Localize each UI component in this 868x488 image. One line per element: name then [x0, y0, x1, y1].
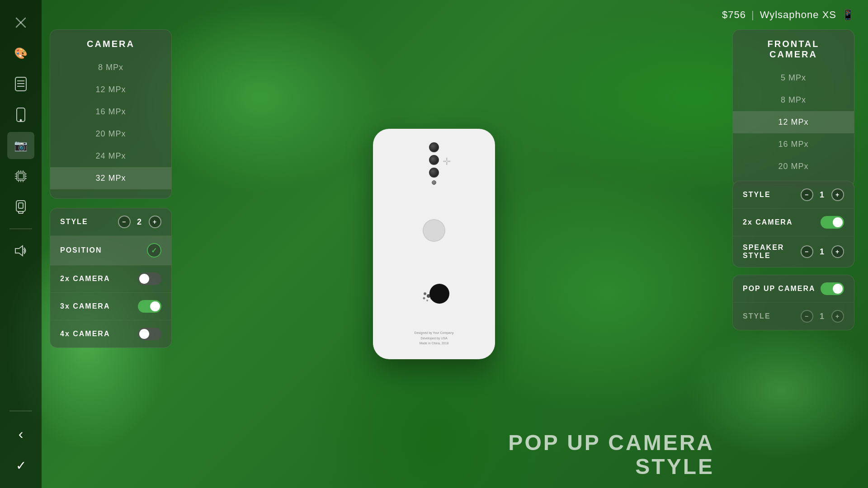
frontal-2x-toggle[interactable] [821, 216, 844, 229]
camera-option-8mpx[interactable]: 8 MPx [50, 56, 171, 79]
speaker-value: 1 [818, 247, 827, 257]
chip-icon[interactable] [7, 163, 34, 190]
frontal-style-increment[interactable]: + [831, 188, 844, 201]
style-row: STYLE − 2 + [50, 208, 171, 236]
speaker-increment[interactable]: + [831, 245, 844, 258]
popup-style-value: 1 [818, 312, 827, 321]
back-icon[interactable]: ‹ [7, 420, 34, 447]
svg-rect-9 [18, 174, 24, 179]
camera-lens-2 [429, 155, 439, 165]
style-value: 2 [135, 217, 144, 227]
price-label: $756 [722, 9, 746, 21]
svg-rect-26 [19, 203, 23, 208]
camera-2x-thumb [139, 274, 149, 284]
speaker-decrement[interactable]: − [801, 245, 813, 258]
svg-point-33 [429, 284, 449, 304]
camera-option-20mpx[interactable]: 20 MPx [50, 123, 171, 145]
skin-icon[interactable] [7, 70, 34, 98]
popup-style-increment[interactable]: + [831, 310, 844, 323]
popup-camera-row: POP UP CAMERA [733, 275, 854, 303]
popup-camera-toggle[interactable] [821, 282, 844, 295]
camera-2x-row: 2x CAMERA [50, 265, 171, 293]
frontal-style-row: STYLE − 1 + [733, 181, 854, 209]
svg-point-28 [424, 292, 426, 295]
phone-text: Designed by Your Company Developed by US… [415, 330, 454, 346]
camera-4x-thumb [139, 329, 149, 339]
popup-line1: POP UP CAMERA [508, 431, 714, 455]
made-text: Made in China, 2018 [415, 341, 454, 346]
company-text: Designed by Your Company [415, 330, 454, 335]
popup-style-decrement[interactable]: − [801, 310, 813, 323]
camera-module[interactable]: ✛ [429, 142, 439, 185]
svg-point-30 [423, 297, 425, 300]
sound-icon[interactable] [7, 237, 34, 264]
frontal-5mpx[interactable]: 5 MPx [733, 67, 854, 89]
frontal-panel-title: FRONTAL CAMERA [733, 39, 854, 60]
right-bottom-panels: STYLE − 1 + 2x CAMERA SPEAKER STYLE − 1 … [732, 181, 854, 330]
frontal-20mpx[interactable]: 20 MPx [733, 155, 854, 178]
popup-camera-card: POP UP CAMERA STYLE − 1 + [732, 275, 854, 330]
camera-option-24mpx[interactable]: 24 MPx [50, 145, 171, 167]
popup-style-row: STYLE − 1 + [733, 303, 854, 330]
svg-point-32 [426, 300, 428, 301]
style-increment[interactable]: + [149, 216, 161, 228]
confirm-icon[interactable]: ✓ [7, 452, 34, 479]
frontal-8mpx[interactable]: 8 MPx [733, 89, 854, 111]
popup-line2: STYLE [508, 455, 714, 479]
frontal-style-stepper: − 1 + [801, 188, 844, 201]
phone-outline-icon[interactable] [7, 101, 34, 128]
style-label: STYLE [60, 218, 88, 226]
frontal-style-value: 1 [818, 190, 827, 200]
speaker-label: SPEAKER STYLE [743, 244, 801, 260]
phone-name-label: Wylsaphone XS [760, 9, 836, 21]
header: $756 | Wylsaphone XS 📱 [708, 0, 868, 30]
camera-icon[interactable]: 📷 [7, 132, 34, 159]
frontal-style-card: STYLE − 1 + 2x CAMERA SPEAKER STYLE − 1 … [732, 181, 854, 267]
frontal-2x-row: 2x CAMERA [733, 209, 854, 236]
sidebar-divider [9, 229, 32, 229]
popup-camera-thumb [833, 284, 843, 294]
bottom-left-panel: STYLE − 2 + POSITION ✓ 2x CAMERA 3x CAME… [50, 208, 172, 348]
popup-style-stepper: − 1 + [801, 310, 844, 323]
frontal-options-card: FRONTAL CAMERA 5 MPx 8 MPx 12 MPx 16 MPx… [732, 29, 854, 187]
camera-option-12mpx[interactable]: 12 MPx [50, 79, 171, 101]
position-check[interactable]: ✓ [147, 243, 161, 258]
phone-mockup: ✛ Designed by Your Company Developed by … [373, 129, 495, 359]
style-stepper: − 2 + [118, 216, 161, 228]
camera-option-16mpx[interactable]: 16 MPx [50, 101, 171, 123]
brush-icon[interactable] [7, 9, 34, 36]
speaker-circle [423, 219, 445, 242]
camera-4x-row: 4x CAMERA [50, 320, 171, 347]
svg-point-7 [20, 120, 22, 121]
speaker-style-row: SPEAKER STYLE − 1 + [733, 236, 854, 267]
camera-lens-1 [429, 142, 439, 152]
popup-style-text: POP UP CAMERA STYLE [508, 431, 714, 479]
svg-rect-22 [16, 201, 25, 211]
style-decrement[interactable]: − [118, 216, 131, 228]
camera-2x-label: 2x CAMERA [60, 275, 110, 283]
palette-icon[interactable]: 🎨 [7, 40, 34, 67]
camera-3x-thumb [150, 301, 160, 311]
right-frontal-panel: FRONTAL CAMERA 5 MPx 8 MPx 12 MPx 16 MPx… [732, 29, 854, 187]
camera-panel-title: CAMERA [50, 39, 171, 49]
phone-body: ✛ Designed by Your Company Developed by … [373, 129, 495, 359]
sidebar: 🎨 📷 [0, 0, 42, 488]
frontal-style-decrement[interactable]: − [801, 188, 813, 201]
frontal-16mpx[interactable]: 16 MPx [733, 133, 854, 155]
popup-camera-label: POP UP CAMERA [743, 285, 816, 293]
move-icon: ✛ [443, 156, 451, 168]
frontal-12mpx[interactable]: 12 MPx [733, 111, 854, 133]
popup-style-label: STYLE [743, 312, 771, 320]
camera-4x-toggle[interactable] [138, 328, 161, 340]
connect-icon[interactable] [7, 193, 34, 221]
svg-marker-27 [15, 246, 23, 256]
phone-header-icon: 📱 [842, 9, 854, 21]
camera-3x-row: 3x CAMERA [50, 293, 171, 320]
left-camera-panel: CAMERA 8 MPx 12 MPx 16 MPx 20 MPx 24 MPx… [50, 29, 172, 199]
camera-option-32mpx[interactable]: 32 MPx [50, 167, 171, 189]
frontal-2x-label: 2x CAMERA [743, 218, 793, 226]
camera-3x-toggle[interactable] [138, 300, 161, 313]
camera-2x-toggle[interactable] [138, 272, 161, 285]
frontal-style-label: STYLE [743, 191, 771, 199]
sidebar-divider-2 [9, 411, 32, 411]
